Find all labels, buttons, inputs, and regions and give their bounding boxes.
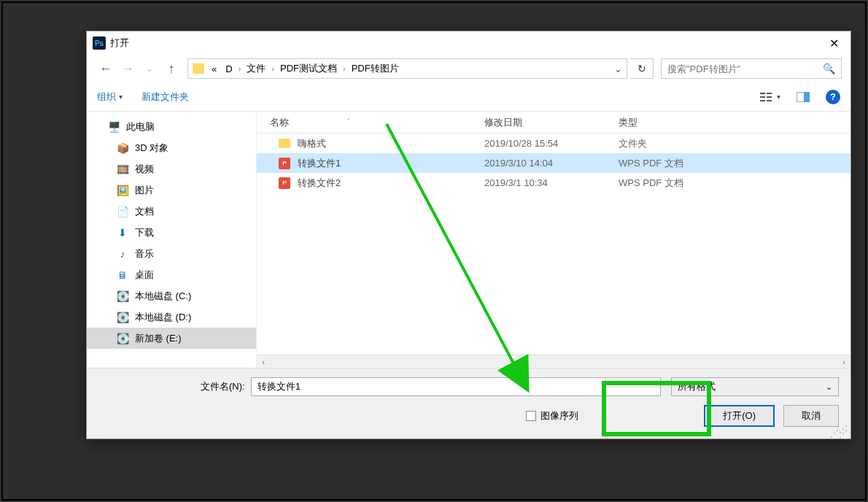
sidebar-label: 桌面 xyxy=(135,269,154,282)
chevron-down-icon: ⌄ xyxy=(826,382,832,392)
scroll-left-icon[interactable]: ‹ xyxy=(257,358,270,366)
sidebar-item-downloads[interactable]: ⬇下载 xyxy=(87,222,256,243)
download-icon: ⬇ xyxy=(116,227,129,239)
file-type: WPS PDF 文档 xyxy=(619,157,850,170)
chevron-right-icon: › xyxy=(343,64,346,73)
col-type[interactable]: 类型 xyxy=(619,116,850,129)
cube-icon: 📦 xyxy=(116,142,129,154)
sidebar-item-3d[interactable]: 📦3D 对象 xyxy=(87,137,256,158)
checkbox-box[interactable] xyxy=(526,411,536,421)
scroll-right-icon[interactable]: › xyxy=(837,358,850,366)
sidebar-item-drive-e[interactable]: 💽新加卷 (E:) xyxy=(87,328,256,349)
svg-rect-5 xyxy=(767,100,772,101)
sidebar-item-music[interactable]: ♪音乐 xyxy=(87,243,256,264)
crumb-wj[interactable]: 文件 xyxy=(244,62,268,75)
file-type: 文件夹 xyxy=(619,137,850,150)
chevron-right-icon: › xyxy=(271,64,274,73)
breadcrumb-dropdown[interactable]: ⌄ xyxy=(614,63,627,74)
titlebar: Ps 打开 ✕ xyxy=(87,31,850,55)
col-name[interactable]: 名称ˆ xyxy=(257,116,484,129)
desktop-icon: 🖥 xyxy=(116,269,129,281)
file-view: 名称ˆ 修改日期 类型 嗨格式 2019/10/28 15:54 文件夹 P转换… xyxy=(256,112,850,368)
sort-indicator: ˆ xyxy=(347,118,349,126)
sidebar-label: 此电脑 xyxy=(126,120,155,134)
file-row[interactable]: P转换文件1 2019/3/10 14:04 WPS PDF 文档 xyxy=(257,153,850,173)
toolbar: 组织 ▾ 新建文件夹 ▾ ? xyxy=(87,82,850,112)
video-icon: 🎞️ xyxy=(116,163,129,175)
search-box[interactable]: 🔍 xyxy=(661,58,842,79)
sidebar-label: 下载 xyxy=(135,226,154,239)
sidebar-label: 图片 xyxy=(135,184,154,197)
footer: 文件名(N): 所有格式 ⌄ 图像序列 打开(O) 取消 xyxy=(87,368,850,439)
sidebar-this-pc[interactable]: 🖥️ 此电脑 xyxy=(87,116,256,137)
crumb-pre[interactable]: « xyxy=(209,63,220,74)
svg-rect-1 xyxy=(760,96,765,98)
file-name: 嗨格式 xyxy=(298,137,326,150)
file-date: 2019/3/1 10:34 xyxy=(484,177,619,188)
sidebar-label: 新加卷 (E:) xyxy=(135,332,182,345)
svg-rect-2 xyxy=(760,100,765,101)
svg-rect-3 xyxy=(767,93,772,94)
refresh-button[interactable]: ↻ xyxy=(630,58,654,79)
sidebar-label: 本地磁盘 (C:) xyxy=(135,290,191,303)
crumb-d[interactable]: D xyxy=(222,63,235,74)
music-icon: ♪ xyxy=(116,248,129,260)
sidebar-item-drive-d[interactable]: 💽本地磁盘 (D:) xyxy=(87,306,256,328)
annotation-box xyxy=(602,381,711,436)
pdf-icon: P xyxy=(279,177,290,189)
organize-menu[interactable]: 组织 ▾ xyxy=(97,90,123,104)
picture-icon: 🖼️ xyxy=(116,185,129,196)
filename-input[interactable] xyxy=(251,377,661,396)
drive-icon: 💽 xyxy=(116,312,129,323)
file-row[interactable]: P转换文件2 2019/3/1 10:34 WPS PDF 文档 xyxy=(257,173,850,193)
file-date: 2019/10/28 15:54 xyxy=(484,138,619,149)
svg-rect-0 xyxy=(760,93,765,94)
address-row: ← → ⌄ ↑ « D › 文件 › PDF测试文档 › PDF转图片 ⌄ ↻ … xyxy=(87,55,850,82)
search-icon[interactable]: 🔍 xyxy=(823,63,835,74)
open-button[interactable]: 打开(O) xyxy=(704,405,775,427)
crumb-pdfimg[interactable]: PDF转图片 xyxy=(349,62,402,75)
search-input[interactable] xyxy=(667,63,823,74)
folder-icon xyxy=(279,138,290,150)
col-date[interactable]: 修改日期 xyxy=(484,116,619,129)
app-icon: Ps xyxy=(93,36,106,50)
sidebar-item-pictures[interactable]: 🖼️图片 xyxy=(87,179,256,201)
file-row[interactable]: 嗨格式 2019/10/28 15:54 文件夹 xyxy=(257,134,850,153)
drive-icon: 💽 xyxy=(116,290,129,302)
sidebar-item-desktop[interactable]: 🖥桌面 xyxy=(87,264,256,285)
dialog-title: 打开 xyxy=(110,36,817,50)
file-type: WPS PDF 文档 xyxy=(619,177,850,190)
sidebar-item-drive-c[interactable]: 💽本地磁盘 (C:) xyxy=(87,285,256,306)
up-button[interactable]: ↑ xyxy=(161,58,182,79)
sidebar-item-video[interactable]: 🎞️视频 xyxy=(87,158,256,179)
sidebar: 🖥️ 此电脑 📦3D 对象 🎞️视频 🖼️图片 📄文档 ⬇下载 ♪音乐 🖥桌面 … xyxy=(87,112,256,368)
horizontal-scrollbar[interactable]: ‹ › xyxy=(257,355,850,368)
preview-pane-button[interactable] xyxy=(797,92,810,102)
image-sequence-checkbox[interactable]: 图像序列 xyxy=(526,409,578,422)
svg-rect-7 xyxy=(804,92,810,102)
panes: 🖥️ 此电脑 📦3D 对象 🎞️视频 🖼️图片 📄文档 ⬇下载 ♪音乐 🖥桌面 … xyxy=(87,112,850,368)
sidebar-label: 3D 对象 xyxy=(135,142,168,155)
new-folder-button[interactable]: 新建文件夹 xyxy=(142,90,189,104)
recent-dropdown[interactable]: ⌄ xyxy=(139,58,160,79)
pdf-icon: P xyxy=(279,158,290,169)
resize-grip[interactable]: ⋰⋰⋰ xyxy=(830,427,848,436)
filename-label: 文件名(N): xyxy=(201,380,245,393)
breadcrumb[interactable]: « D › 文件 › PDF测试文档 › PDF转图片 ⌄ xyxy=(187,58,627,79)
back-button[interactable]: ← xyxy=(96,58,116,79)
rows: 嗨格式 2019/10/28 15:54 文件夹 P转换文件1 2019/3/1… xyxy=(257,134,850,355)
view-mode-button[interactable]: ▾ xyxy=(760,92,780,102)
help-button[interactable]: ? xyxy=(826,90,840,104)
open-dialog: Ps 打开 ✕ ← → ⌄ ↑ « D › 文件 › PDF测试文档 › PDF… xyxy=(86,31,851,439)
filename-row: 文件名(N): 所有格式 ⌄ xyxy=(98,377,839,396)
forward-button[interactable]: → xyxy=(117,58,138,79)
drive-icon: 💽 xyxy=(116,333,129,344)
sidebar-label: 文档 xyxy=(135,205,154,218)
file-date: 2019/3/10 14:04 xyxy=(484,158,619,169)
button-row: 图像序列 打开(O) 取消 xyxy=(98,405,839,427)
close-button[interactable]: ✕ xyxy=(817,31,850,55)
chevron-down-icon: ▾ xyxy=(119,93,123,101)
cancel-button[interactable]: 取消 xyxy=(783,405,839,427)
crumb-pdftest[interactable]: PDF测试文档 xyxy=(277,62,340,75)
sidebar-item-documents[interactable]: 📄文档 xyxy=(87,201,256,222)
